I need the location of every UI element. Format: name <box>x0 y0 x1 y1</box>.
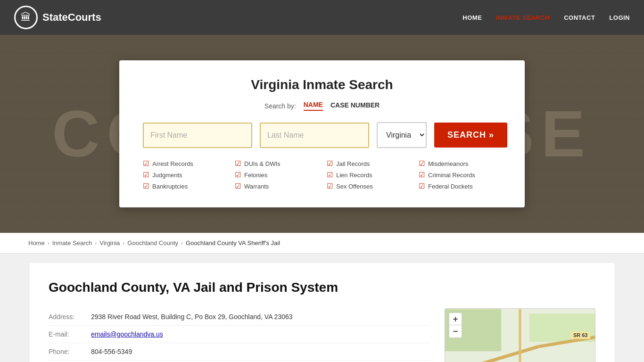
checkbox-label: Misdemeanors <box>428 160 468 167</box>
checkbox-criminal-records: ☑ Criminal Records <box>419 171 501 179</box>
map-zoom-in[interactable]: + <box>449 313 462 325</box>
breadcrumb-virginia[interactable]: Virginia <box>99 239 120 247</box>
breadcrumb-inmate-search[interactable]: Inmate Search <box>52 239 92 247</box>
search-by-label: Search by: <box>264 102 296 110</box>
check-icon: ☑ <box>327 182 333 190</box>
check-icon: ☑ <box>143 182 149 190</box>
state-select[interactable]: Virginia <box>377 122 427 148</box>
address-label: Address: <box>49 313 91 321</box>
checkbox-judgments: ☑ Judgments <box>143 171 225 179</box>
checkbox-duis: ☑ DUIs & DWIs <box>235 159 317 168</box>
checkbox-label: DUIs & DWIs <box>244 160 281 167</box>
checkbox-misdemeanors: ☑ Misdemeanors <box>419 159 501 168</box>
checkbox-label: Lien Records <box>336 172 372 179</box>
nav-contact[interactable]: CONTACT <box>564 14 595 21</box>
logo-icon: 🏛 <box>14 6 38 29</box>
breadcrumb-sep-4: › <box>181 240 183 247</box>
nav-inmate-search[interactable]: INMATE SEARCH <box>496 14 550 21</box>
info-table: Address: 2938 River Road West, Building … <box>49 308 430 362</box>
jail-title: Goochland County, VA Jail and Prison Sys… <box>49 280 595 295</box>
breadcrumb-sep-3: › <box>123 240 124 247</box>
search-by-row: Search by: NAME CASE NUMBER <box>143 101 501 111</box>
email-row: E-mail: emails@goochlandva.us <box>49 326 430 343</box>
checkbox-label: Judgments <box>152 172 182 179</box>
svg-text:SR 63: SR 63 <box>573 332 587 338</box>
address-value: 2938 River Road West, Building C, Po Box… <box>91 313 293 321</box>
checkbox-felonies: ☑ Felonies <box>235 171 317 179</box>
check-icon: ☑ <box>419 182 425 190</box>
check-icon: ☑ <box>327 171 333 179</box>
checkbox-warrants: ☑ Warrants <box>235 182 317 190</box>
checkboxes-grid: ☑ Arrest Records ☑ DUIs & DWIs ☑ Jail Re… <box>143 159 501 190</box>
phone-row: Phone: 804-556-5349 <box>49 343 430 361</box>
checkbox-label: Felonies <box>244 172 267 179</box>
checkbox-label: Federal Dockets <box>428 183 473 190</box>
main-content: Goochland County, VA Jail and Prison Sys… <box>0 254 644 362</box>
check-icon: ☑ <box>143 159 149 168</box>
last-name-input[interactable] <box>260 123 369 148</box>
info-layout: Address: 2938 River Road West, Building … <box>49 308 595 362</box>
email-label: E-mail: <box>49 330 91 338</box>
breadcrumb-sep-1: › <box>48 240 50 247</box>
map-svg: US 522 SR 63 <box>445 309 595 362</box>
map-controls: + − <box>449 313 462 338</box>
search-button[interactable]: SEARCH » <box>434 123 507 148</box>
search-inputs-row: Virginia SEARCH » <box>143 122 501 148</box>
hero-section: COURTHOUSE Virginia Inmate Search Search… <box>0 35 644 233</box>
breadcrumb-sep-2: › <box>95 240 97 247</box>
checkbox-federal-dockets: ☑ Federal Dockets <box>419 182 501 190</box>
content-card: Goochland County, VA Jail and Prison Sys… <box>30 263 614 362</box>
check-icon: ☑ <box>235 159 241 168</box>
check-icon: ☑ <box>419 171 425 179</box>
nav-login[interactable]: LOGIN <box>609 14 630 21</box>
header: 🏛 StateCourts HOME INMATE SEARCH CONTACT… <box>0 0 644 35</box>
address-row: Address: 2938 River Road West, Building … <box>49 308 430 326</box>
nav-home[interactable]: HOME <box>462 14 482 21</box>
map-area: + − <box>445 308 595 362</box>
logo[interactable]: 🏛 StateCourts <box>14 6 101 29</box>
checkbox-label: Jail Records <box>336 160 370 167</box>
breadcrumb-goochland[interactable]: Goochland County <box>127 239 178 247</box>
check-icon: ☑ <box>143 171 149 179</box>
checkbox-label: Criminal Records <box>428 172 475 179</box>
phone-value: 804-556-5349 <box>91 348 132 355</box>
check-icon: ☑ <box>235 182 241 190</box>
logo-text: StateCourts <box>42 11 101 24</box>
checkbox-jail-records: ☑ Jail Records <box>327 159 409 168</box>
checkbox-label: Sex Offenses <box>336 183 373 190</box>
main-nav: HOME INMATE SEARCH CONTACT LOGIN <box>462 14 630 21</box>
checkbox-label: Warrants <box>244 183 269 190</box>
search-card-title: Virginia Inmate Search <box>143 77 501 92</box>
breadcrumb: Home › Inmate Search › Virginia › Goochl… <box>0 233 644 254</box>
map-zoom-out[interactable]: − <box>449 325 462 337</box>
phone-label: Phone: <box>49 348 91 355</box>
checkbox-arrest-records: ☑ Arrest Records <box>143 159 225 168</box>
email-link[interactable]: emails@goochlandva.us <box>91 330 163 338</box>
tab-case-number[interactable]: CASE NUMBER <box>330 101 380 110</box>
search-card: Virginia Inmate Search Search by: NAME C… <box>119 60 525 207</box>
tab-name[interactable]: NAME <box>304 101 323 111</box>
checkbox-label: Arrest Records <box>152 160 193 167</box>
checkbox-lien-records: ☑ Lien Records <box>327 171 409 179</box>
check-icon: ☑ <box>235 171 241 179</box>
check-icon: ☑ <box>419 159 425 168</box>
checkbox-bankruptcies: ☑ Bankruptcies <box>143 182 225 190</box>
checkbox-sex-offenses: ☑ Sex Offenses <box>327 182 409 190</box>
check-icon: ☑ <box>327 159 333 168</box>
breadcrumb-home[interactable]: Home <box>28 239 45 247</box>
first-name-input[interactable] <box>143 123 252 148</box>
checkbox-label: Bankruptcies <box>152 183 188 190</box>
breadcrumb-current: Goochland County VA Sheriff's Jail <box>186 239 280 247</box>
